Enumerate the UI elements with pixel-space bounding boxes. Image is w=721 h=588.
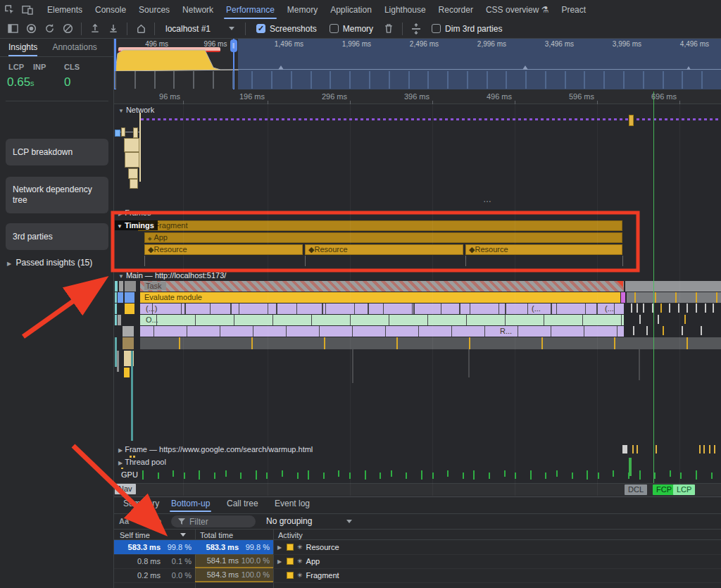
tab-elements[interactable]: Elements	[41, 1, 89, 19]
tab-lighthouse[interactable]: Lighthouse	[378, 1, 432, 19]
filmstrip-thumbnail[interactable]	[701, 71, 703, 89]
cell-self-time[interactable]: 0.8 ms0.1 %	[114, 554, 195, 568]
timing-bar-resource[interactable]: ◆Resource	[144, 244, 303, 255]
filmstrip-thumbnail[interactable]	[506, 71, 507, 89]
tab-bottom-up[interactable]: Bottom-up	[171, 499, 210, 508]
tab-preact[interactable]: Preact	[555, 1, 592, 19]
passed-insights-toggle[interactable]: ▶ Passed insights (15)	[7, 258, 92, 268]
capture-settings-icon[interactable]	[408, 21, 425, 37]
filmstrip-thumbnail[interactable]	[408, 71, 410, 89]
load-profile-icon[interactable]	[87, 21, 104, 37]
lcp-value[interactable]: 0.65s	[7, 75, 35, 89]
filmstrip-thumbnail[interactable]	[251, 71, 253, 89]
grouping-selector[interactable]: No grouping	[266, 516, 312, 526]
filmstrip-thumbnail[interactable]	[291, 71, 292, 89]
filmstrip-thumbnail[interactable]	[232, 71, 234, 89]
insight-card-3rd-parties[interactable]: 3rd parties	[6, 223, 108, 250]
task-fragment[interactable]	[125, 304, 134, 314]
tab-application[interactable]: Application	[324, 1, 378, 19]
tab-performance[interactable]: Performance	[220, 1, 281, 19]
cell-self-time[interactable]: 583.3 ms99.8 %	[114, 540, 195, 554]
tab-memory[interactable]: Memory	[281, 1, 324, 19]
filmstrip-thumbnail[interactable]	[173, 71, 175, 89]
filmstrip-thumbnail[interactable]	[271, 71, 272, 89]
main-track-header[interactable]: ▼Main — http://localhost:5173/	[118, 271, 226, 280]
filmstrip-thumbnail[interactable]	[447, 71, 449, 89]
system-activity-bar[interactable]	[140, 337, 721, 349]
filmstrip-thumbnail[interactable]	[134, 71, 136, 89]
filmstrip-thumbnail[interactable]	[311, 71, 312, 89]
filmstrip-thumbnail[interactable]	[525, 71, 527, 89]
filmstrip-thumbnail[interactable]	[467, 71, 468, 89]
evaluate-module-bar[interactable]: Evaluate module	[140, 292, 620, 303]
filmstrip-thumbnail[interactable]	[330, 71, 331, 89]
filmstrip-thumbnail[interactable]	[545, 71, 546, 89]
tab-call-tree[interactable]: Call tree	[227, 499, 258, 508]
filmstrip-thumbnail[interactable]	[565, 71, 566, 89]
cell-total-time[interactable]: 583.3 ms99.8 %	[195, 540, 273, 554]
timing-bar-resource[interactable]: ◆Resource	[465, 244, 622, 255]
task-fragment[interactable]	[125, 281, 136, 292]
task-fragment[interactable]	[621, 292, 625, 303]
cell-self-time[interactable]: 0.2 ms0.0 %	[114, 568, 195, 582]
memory-checkbox[interactable]: Memory	[330, 24, 373, 34]
save-profile-icon[interactable]	[105, 21, 122, 37]
filmstrip-thumbnail[interactable]	[603, 71, 605, 89]
network-track-header[interactable]: ▼Network	[118, 106, 154, 114]
filmstrip-thumbnail[interactable]	[623, 71, 625, 89]
fcp-marker-badge[interactable]: FCP	[653, 484, 675, 495]
parse-html-bar[interactable]	[125, 292, 134, 303]
filmstrip-thumbnail[interactable]	[154, 71, 156, 89]
target-selector[interactable]: localhost #1	[160, 24, 240, 34]
task-fragment[interactable]	[119, 281, 123, 292]
filmstrip-thumbnail[interactable]	[643, 71, 644, 89]
task-fragment[interactable]	[115, 304, 117, 314]
task-fragment[interactable]	[115, 292, 117, 303]
column-header-total-time[interactable]: Total time	[200, 531, 233, 539]
reload-record-icon[interactable]	[41, 21, 58, 37]
tab-console[interactable]: Console	[89, 1, 132, 19]
parse-html-bar[interactable]	[118, 292, 123, 303]
tab-recorder[interactable]: Recorder	[432, 1, 479, 19]
regex-button[interactable]: .*	[137, 517, 142, 525]
filmstrip-thumbnail[interactable]	[663, 71, 664, 89]
timing-bar-resource[interactable]: ◆Resource	[305, 244, 463, 255]
cell-total-time[interactable]: 584.3 ms100.0 %	[195, 568, 273, 582]
compiled-code-bar[interactable]: (...) (... (...	[140, 304, 624, 314]
thread-pool-track-header[interactable]: ▶Thread pool	[118, 458, 166, 466]
filmstrip-thumbnail[interactable]	[682, 71, 683, 89]
task-bar[interactable]	[627, 292, 721, 303]
cell-total-time[interactable]: 584.1 ms100.0 %	[195, 554, 273, 568]
filmstrip-thumbnail[interactable]	[427, 71, 429, 89]
task-fragment[interactable]	[115, 281, 118, 292]
filmstrip-thumbnail[interactable]	[115, 71, 116, 89]
filmstrip-thumbnail[interactable]	[369, 71, 370, 89]
column-header-activity[interactable]: Activity	[278, 531, 303, 539]
tab-event-log[interactable]: Event log	[275, 499, 310, 508]
timing-bar-fragment[interactable]: ◆Fragment	[138, 220, 622, 231]
device-toolbar-icon[interactable]	[18, 2, 37, 18]
filmstrip-thumbnail[interactable]	[584, 71, 585, 89]
compiled-code-bar[interactable]: R...	[140, 326, 624, 337]
insight-card-network-dependency-tree[interactable]: Network dependency tree	[6, 177, 108, 213]
timings-track-header[interactable]: ▼Timings	[115, 220, 158, 230]
garbage-collect-icon[interactable]	[380, 21, 397, 37]
column-header-self-time[interactable]: Self time	[120, 531, 150, 539]
gpu-track-header[interactable]: GPU	[121, 470, 138, 479]
task-fragment[interactable]	[123, 326, 134, 337]
cell-activity[interactable]: ▶✳App	[273, 554, 721, 568]
function-call-bar[interactable]: O...	[140, 315, 624, 325]
cls-value[interactable]: 0	[64, 75, 70, 89]
toggle-sidebar-icon[interactable]	[4, 21, 21, 37]
insight-card-lcp-breakdown[interactable]: LCP breakdown	[6, 139, 108, 165]
record-icon[interactable]	[23, 21, 39, 37]
tab-summary[interactable]: Summary	[123, 499, 159, 508]
filmstrip-thumbnail[interactable]	[487, 71, 488, 89]
nav-marker-badge[interactable]: Nav	[115, 484, 136, 494]
filmstrip-thumbnail[interactable]	[349, 71, 351, 89]
filmstrip-thumbnail[interactable]	[213, 71, 214, 89]
cell-activity[interactable]: ✳Fragment	[273, 568, 721, 582]
network-request-pending[interactable]	[141, 118, 721, 120]
filmstrip-thumbnail[interactable]	[389, 71, 390, 89]
match-case-button[interactable]: Aa	[119, 517, 129, 525]
